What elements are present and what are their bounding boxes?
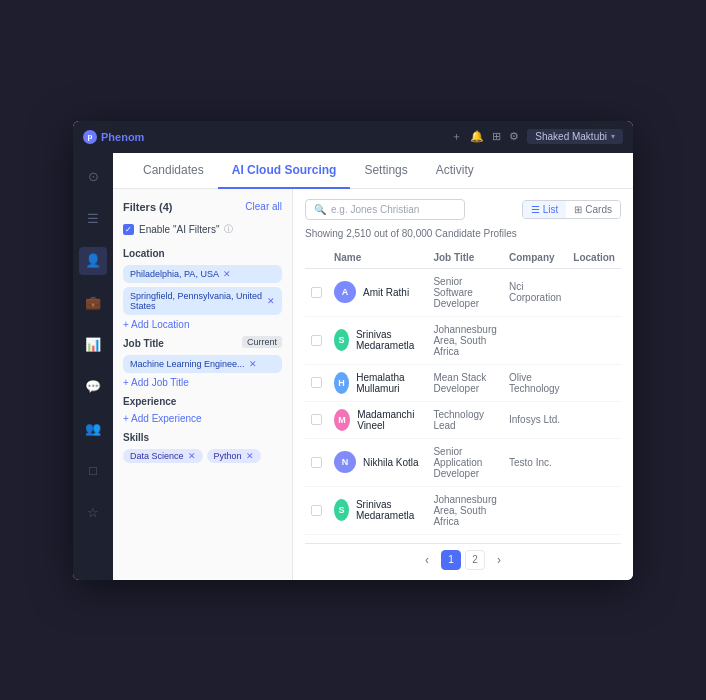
row-location-1: [567, 316, 621, 364]
th-checkbox: [305, 247, 328, 269]
row-location-5: [567, 486, 621, 534]
table-row[interactable]: S Srinivas Medarametla Johannesburg Area…: [305, 316, 621, 364]
row-checkbox-5[interactable]: [305, 486, 328, 534]
enable-ai-label: Enable "AI Filters": [139, 224, 219, 235]
view-cards-button[interactable]: ⊞ Cards: [566, 201, 620, 218]
pagination: ‹ 1 2 ›: [305, 543, 621, 570]
pagination-prev[interactable]: ‹: [417, 550, 437, 570]
name-cell-0: A Amit Rathi: [334, 281, 421, 303]
table-row[interactable]: S Srinivas Medarametla Johannesburg Area…: [305, 486, 621, 534]
add-experience-button[interactable]: + Add Experience: [123, 413, 282, 424]
view-list-button[interactable]: ☰ List: [523, 201, 567, 218]
plus-icon[interactable]: ＋: [451, 129, 462, 144]
clear-all-button[interactable]: Clear all: [245, 201, 282, 212]
skills-tag-0[interactable]: Data Science ✕: [123, 449, 203, 463]
row-job-title-2: Mean Stack Developer: [427, 364, 503, 401]
row-location-0: [567, 268, 621, 316]
name-cell-3: M Madamanchi Vineel: [334, 409, 421, 431]
pagination-next[interactable]: ›: [489, 550, 509, 570]
bell-icon[interactable]: 🔔: [470, 130, 484, 143]
table-row[interactable]: M Madamanchi Vineel Technology Lead Info…: [305, 401, 621, 438]
row-job-title-4: Senior Application Developer: [427, 438, 503, 486]
candidate-name-1[interactable]: Srinivas Medarametla: [356, 329, 422, 351]
skills-tag-0-remove[interactable]: ✕: [188, 451, 196, 461]
add-location-button[interactable]: + Add Location: [123, 319, 282, 330]
tab-activity[interactable]: Activity: [422, 153, 488, 189]
main-layout: ⊙ ☰ 👤 💼 📊 💬 👥 □ ☆ Candidates AI Cloud So…: [73, 153, 633, 580]
candidate-name-2[interactable]: Hemalatha Mullamuri: [356, 372, 421, 394]
candidate-name-4[interactable]: Nikhila Kotla: [363, 457, 419, 468]
tab-candidates[interactable]: Candidates: [129, 153, 218, 189]
showing-text: Showing 2,510 out of 80,000 Candidate Pr…: [305, 228, 621, 239]
sidebar-icon-people[interactable]: 👤: [79, 247, 107, 275]
pagination-page-2[interactable]: 2: [465, 550, 485, 570]
logo-icon: p: [83, 130, 97, 144]
avatar-1: S: [334, 329, 349, 351]
location-tag-0[interactable]: Philadelphia, PA, USA ✕: [123, 265, 282, 283]
user-name: Shaked Maktubi: [535, 131, 607, 142]
sidebar-icon-box[interactable]: □: [79, 457, 107, 485]
sidebar-icon-group[interactable]: 👥: [79, 415, 107, 443]
candidate-name-5[interactable]: Srinivas Medarametla: [356, 499, 422, 521]
skills-tag-1[interactable]: Python ✕: [207, 449, 261, 463]
job-title-tag-0[interactable]: Machine Learning Enginee... ✕: [123, 355, 282, 373]
sidebar-icon-docs[interactable]: ☰: [79, 205, 107, 233]
tab-ai-cloud-sourcing[interactable]: AI Cloud Sourcing: [218, 153, 351, 189]
table-row[interactable]: N Nikhila Kotla Senior Application Devel…: [305, 438, 621, 486]
row-location-3: [567, 401, 621, 438]
sidebar-icon-briefcase[interactable]: 💼: [79, 289, 107, 317]
grid-icon[interactable]: ⊞: [492, 130, 501, 143]
location-tag-0-remove[interactable]: ✕: [223, 269, 231, 279]
add-job-title-button[interactable]: + Add Job Title: [123, 377, 282, 388]
sidebar-icon-chart[interactable]: 📊: [79, 331, 107, 359]
name-cell-4: N Nikhila Kotla: [334, 451, 421, 473]
job-title-section-row: Job Title Current: [123, 330, 282, 355]
ai-filter-checkbox[interactable]: ✓: [123, 224, 134, 235]
candidate-name-0[interactable]: Amit Rathi: [363, 287, 409, 298]
row-checkbox-4[interactable]: [305, 438, 328, 486]
checkbox-0[interactable]: [311, 287, 322, 298]
row-checkbox-1[interactable]: [305, 316, 328, 364]
checkbox-2[interactable]: [311, 377, 322, 388]
tab-settings[interactable]: Settings: [350, 153, 421, 189]
row-name-cell-0: A Amit Rathi: [328, 268, 427, 316]
table-row[interactable]: A Amit Rathi Senior Software Developer N…: [305, 268, 621, 316]
pagination-page-1[interactable]: 1: [441, 550, 461, 570]
enable-ai-row: ✓ Enable "AI Filters" ⓘ: [123, 223, 282, 236]
row-name-cell-5: S Srinivas Medarametla: [328, 486, 427, 534]
location-tag-1-remove[interactable]: ✕: [267, 296, 275, 306]
row-checkbox-2[interactable]: [305, 364, 328, 401]
sidebar-icon-message[interactable]: 💬: [79, 373, 107, 401]
row-job-title-0: Senior Software Developer: [427, 268, 503, 316]
view-list-label: List: [543, 204, 559, 215]
sidebar-icon-home[interactable]: ⊙: [79, 163, 107, 191]
checkbox-4[interactable]: [311, 457, 322, 468]
th-job-title: Job Title: [427, 247, 503, 269]
search-placeholder: e.g. Jones Christian: [331, 204, 419, 215]
topbar-right: ＋ 🔔 ⊞ ⚙ Shaked Maktubi ▾: [451, 129, 623, 144]
location-tag-1[interactable]: Springfield, Pennsylvania, United States…: [123, 287, 282, 315]
sidebar-icon-star[interactable]: ☆: [79, 499, 107, 527]
job-title-tag-0-remove[interactable]: ✕: [249, 359, 257, 369]
search-box[interactable]: 🔍 e.g. Jones Christian: [305, 199, 465, 220]
checkbox-3[interactable]: [311, 414, 322, 425]
row-job-title-5: Johannesburg Area, South Africa: [427, 486, 503, 534]
row-company-5: [503, 486, 567, 534]
th-location: Location: [567, 247, 621, 269]
table-row[interactable]: H Hemalatha Mullamuri Mean Stack Develop…: [305, 364, 621, 401]
settings-icon[interactable]: ⚙: [509, 130, 519, 143]
row-checkbox-0[interactable]: [305, 268, 328, 316]
th-company: Company: [503, 247, 567, 269]
avatar-4: N: [334, 451, 356, 473]
row-company-1: [503, 316, 567, 364]
checkbox-1[interactable]: [311, 335, 322, 346]
row-job-title-1: Johannesburg Area, South Africa: [427, 316, 503, 364]
location-section-label: Location: [123, 248, 282, 259]
skills-tag-1-remove[interactable]: ✕: [246, 451, 254, 461]
checkbox-5[interactable]: [311, 505, 322, 516]
avatar-5: S: [334, 499, 349, 521]
row-checkbox-3[interactable]: [305, 401, 328, 438]
location-tag-0-label: Philadelphia, PA, USA: [130, 269, 219, 279]
user-badge[interactable]: Shaked Maktubi ▾: [527, 129, 623, 144]
candidate-name-3[interactable]: Madamanchi Vineel: [357, 409, 421, 431]
